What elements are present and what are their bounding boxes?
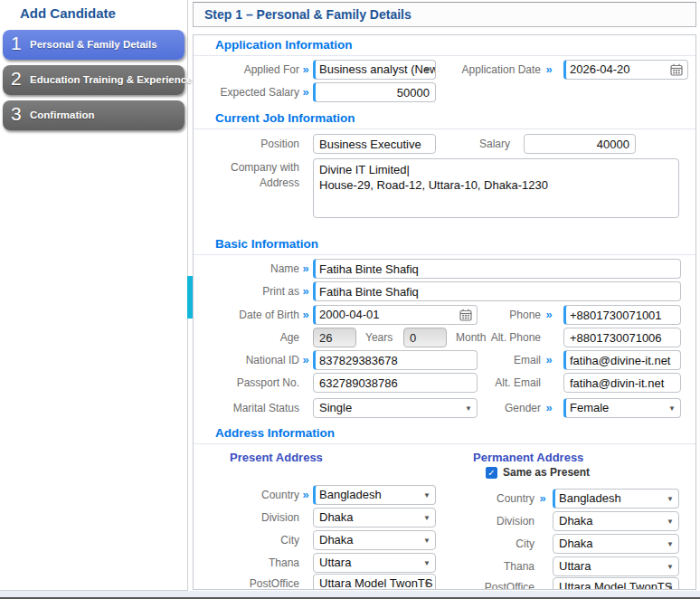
alt-phone-label: Alt. Phone: [432, 328, 541, 347]
step-title: Step 1 – Personal & Family Details: [204, 3, 411, 26]
required-marker-icon: [543, 60, 555, 80]
present-division-select[interactable]: Dhaka: [313, 508, 436, 528]
step-label: Education Training & Experience: [30, 65, 193, 95]
step-number: 1: [11, 33, 22, 54]
permanent-country-select[interactable]: Bangladesh: [553, 489, 679, 509]
required-marker-icon: [536, 489, 549, 509]
permanent-thana-label: Thana: [426, 556, 534, 576]
applied-for-label: Applied For: [195, 60, 299, 80]
company-address-label: Company with Address: [195, 160, 299, 191]
section-title-application-information: Application Information: [215, 38, 353, 52]
step-label: Personal & Family Details: [30, 30, 157, 60]
passport-no-label: Passport No.: [195, 373, 299, 393]
permanent-country-label: Country: [426, 489, 534, 509]
permanent-division-label: Division: [426, 511, 534, 531]
permanent-thana-select[interactable]: Uttara: [553, 556, 679, 576]
section-title-address-information: Address Information: [215, 426, 335, 441]
email-label: Email: [432, 350, 541, 370]
present-city-select[interactable]: Dhaka: [313, 530, 436, 550]
phone-label: Phone: [432, 305, 541, 325]
present-thana-label: Thana: [195, 553, 299, 573]
same-as-present-label: Same as Present: [503, 465, 590, 480]
present-city-label: City: [195, 530, 299, 550]
calendar-icon[interactable]: [670, 63, 683, 76]
chevron-down-icon: [667, 563, 674, 571]
print-as-input[interactable]: [313, 281, 681, 301]
present-address-title: Present Address: [230, 451, 323, 464]
gender-select[interactable]: Female: [563, 398, 681, 418]
step1-form: Application Information Applied For Busi…: [193, 34, 696, 590]
present-country-select[interactable]: Bangladesh: [313, 485, 436, 505]
section-divider: [194, 55, 695, 56]
required-marker-icon: [299, 485, 312, 505]
step-label: Confirmation: [30, 100, 95, 130]
permanent-postoffice-select[interactable]: Uttara Model TwonTS: [553, 577, 679, 590]
permanent-postoffice-label: PostOffice: [426, 577, 534, 590]
salary-label: Salary: [402, 134, 510, 154]
step-header: Step 1 – Personal & Family Details: [193, 2, 696, 27]
applied-for-select[interactable]: Business analyst (New: [313, 60, 436, 80]
permanent-address-title: Permanent Address: [473, 451, 583, 464]
national-id-label: National ID: [195, 350, 299, 370]
add-candidate-page: Add Candidate 1 Personal & Family Detail…: [0, 0, 700, 599]
expected-salary-label: Expected Salary: [195, 82, 299, 102]
chevron-down-icon: [668, 404, 676, 413]
required-marker-icon: [299, 281, 312, 301]
email-input[interactable]: [563, 350, 681, 370]
step-tab-education-training-experience[interactable]: 2 Education Training & Experience: [3, 65, 184, 95]
name-input[interactable]: [313, 259, 681, 279]
alt-phone-input[interactable]: [563, 328, 681, 347]
present-thana-select[interactable]: Uttara: [313, 553, 436, 573]
salary-input[interactable]: [524, 134, 636, 154]
step-number: 2: [11, 68, 22, 90]
name-label: Name: [195, 259, 299, 279]
step-number: 3: [11, 103, 22, 125]
permanent-city-label: City: [426, 534, 534, 554]
age-label: Age: [195, 328, 299, 347]
expected-salary-input[interactable]: [313, 82, 436, 102]
date-of-birth-label: Date of Birth: [195, 305, 299, 325]
required-marker-icon: [299, 60, 312, 80]
position-label: Position: [195, 134, 299, 154]
present-postoffice-select[interactable]: Uttara Model TwonTS: [313, 574, 436, 590]
chevron-down-icon: [667, 540, 674, 548]
same-as-present-checkbox[interactable]: [486, 467, 497, 479]
company-address-textarea[interactable]: Divine IT Limited| House-29, Road-12, Ut…: [313, 158, 679, 218]
required-marker-icon: [543, 305, 555, 325]
permanent-city-select[interactable]: Dhaka: [553, 534, 679, 554]
required-marker-icon: [299, 259, 312, 279]
marital-status-label: Marital Status: [195, 398, 299, 418]
age-years-input: [313, 328, 356, 347]
present-country-label: Country: [195, 485, 299, 505]
application-date-label: Application Date: [432, 60, 541, 80]
present-postoffice-label: PostOffice: [195, 574, 299, 590]
section-title-current-job-information: Current Job Information: [215, 111, 355, 126]
chevron-down-icon: [667, 518, 674, 526]
required-marker-icon: [543, 350, 555, 370]
bottom-strip: [0, 591, 700, 597]
print-as-label: Print as: [195, 281, 299, 301]
sidebar-title: Add Candidate: [20, 5, 116, 21]
step-tab-personal-family-details[interactable]: 1 Personal & Family Details: [3, 30, 184, 60]
alt-email-input[interactable]: [563, 373, 681, 393]
step-tab-confirmation[interactable]: 3 Confirmation: [3, 100, 184, 130]
chevron-down-icon: [667, 495, 674, 503]
present-division-label: Division: [195, 508, 299, 528]
section-divider: [194, 443, 695, 444]
gender-label: Gender: [432, 398, 541, 418]
alt-email-label: Alt. Email: [432, 373, 541, 393]
section-title-basic-information: Basic Information: [215, 237, 318, 252]
required-marker-icon: [299, 82, 312, 102]
section-divider: [194, 128, 695, 129]
wizard-sidebar: Add Candidate 1 Personal & Family Detail…: [0, 0, 188, 591]
phone-input[interactable]: [563, 305, 681, 325]
section-divider: [194, 254, 695, 255]
required-marker-icon: [299, 350, 312, 370]
required-marker-icon: [543, 398, 555, 418]
permanent-division-select[interactable]: Dhaka: [553, 511, 679, 531]
application-date-input[interactable]: 2026-04-20: [563, 60, 688, 80]
years-label: Years: [365, 328, 402, 347]
required-marker-icon: [299, 305, 312, 325]
